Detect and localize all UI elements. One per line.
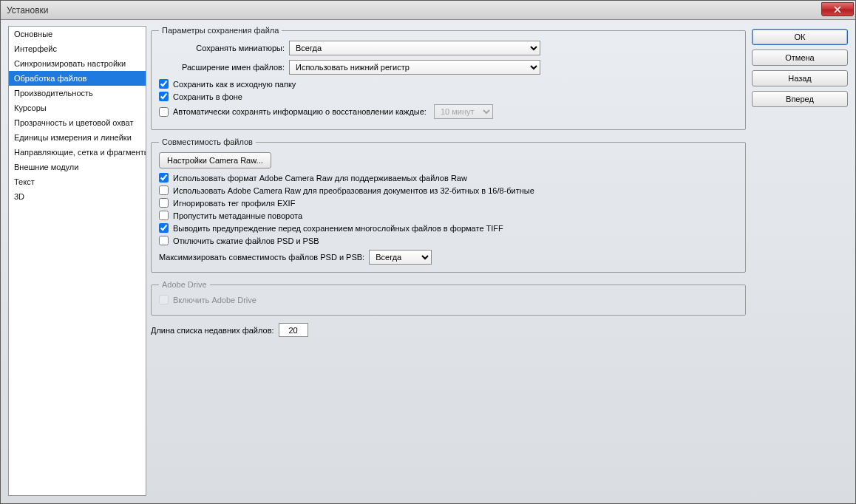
enable-adobe-drive-checkbox	[159, 295, 169, 304]
file-save-legend: Параметры сохранения файла	[159, 26, 282, 35]
skip-rotation-checkbox[interactable]	[159, 211, 169, 220]
save-original-label: Сохранить как в исходную папку	[173, 80, 296, 89]
adobe-drive-legend: Adobe Drive	[159, 280, 210, 289]
enable-adobe-drive-label: Включить Adobe Drive	[173, 296, 257, 304]
tiff-warning-checkbox[interactable]	[159, 223, 169, 233]
recent-files-label: Длина списка недавних файлов:	[151, 326, 274, 335]
thumbnails-label: Сохранять миниатюры:	[159, 44, 285, 52]
close-button[interactable]	[821, 2, 854, 16]
thumbnails-select[interactable]: Всегда	[289, 41, 540, 55]
extension-select[interactable]: Использовать нижний регистр	[289, 60, 540, 75]
maxcompat-label: Максимизировать совместимость файлов PSD…	[159, 253, 364, 262]
ext-label: Расширение имен файлов:	[159, 63, 285, 72]
sidebar-item-file-handling[interactable]: Обработка файлов	[9, 71, 146, 86]
use-acr-convert-label: Использовать Adobe Camera Raw для преобр…	[173, 186, 534, 195]
sidebar-item-general[interactable]: Основные	[9, 27, 146, 41]
compat-legend: Совместимость файлов	[159, 137, 256, 146]
cancel-button[interactable]: Отмена	[752, 50, 848, 66]
recent-files-input[interactable]	[279, 323, 308, 337]
sidebar-item-cursors[interactable]: Курсоры	[9, 101, 146, 115]
sidebar-item-type[interactable]: Текст	[9, 174, 146, 189]
ignore-exif-checkbox[interactable]	[159, 198, 169, 208]
window-title: Установки	[7, 5, 48, 16]
autosave-interval-select: 10 минут	[434, 104, 493, 119]
sidebar-item-units[interactable]: Единицы измерения и линейки	[9, 130, 146, 145]
sidebar: Основные Интерфейс Синхронизировать наст…	[8, 26, 146, 496]
camera-raw-settings-button[interactable]: Настройки Camera Raw...	[159, 152, 271, 168]
save-background-label: Сохранить в фоне	[173, 92, 242, 101]
ok-button[interactable]: ОК	[752, 29, 848, 45]
use-acr-raw-checkbox[interactable]	[159, 173, 169, 183]
save-original-checkbox[interactable]	[159, 79, 169, 89]
use-acr-raw-label: Использовать формат Adobe Camera Raw для…	[173, 174, 467, 183]
titlebar: Установки	[1, 1, 855, 20]
sidebar-item-guides[interactable]: Направляющие, сетка и фрагменты	[9, 145, 146, 160]
back-button[interactable]: Назад	[752, 70, 848, 86]
autosave-checkbox-row: Автоматически сохранять информацию о вос…	[159, 104, 738, 119]
close-icon	[834, 6, 841, 13]
disable-psd-compress-checkbox[interactable]	[159, 236, 169, 245]
sidebar-item-3d[interactable]: 3D	[9, 189, 146, 204]
save-original-checkbox-row: Сохранить как в исходную папку	[159, 79, 738, 89]
preferences-window: Установки Основные Интерфейс Синхронизир…	[0, 0, 856, 504]
compat-group: Совместимость файлов Настройки Camera Ra…	[151, 137, 746, 273]
adobe-drive-group: Adobe Drive Включить Adobe Drive	[151, 280, 746, 316]
skip-rotation-label: Пропустить метаданные поворота	[173, 211, 302, 220]
right-button-column: ОК Отмена Назад Вперед	[752, 26, 848, 496]
forward-button[interactable]: Вперед	[752, 91, 848, 107]
file-save-group: Параметры сохранения файла Сохранять мин…	[151, 26, 746, 130]
main-panel: Параметры сохранения файла Сохранять мин…	[151, 26, 746, 496]
autosave-checkbox[interactable]	[159, 107, 169, 117]
tiff-warning-label: Выводить предупреждение перед сохранение…	[173, 224, 503, 233]
ignore-exif-label: Игнорировать тег профиля EXIF	[173, 199, 295, 208]
use-acr-convert-checkbox[interactable]	[159, 185, 169, 195]
save-background-checkbox[interactable]	[159, 92, 169, 101]
maxcompat-select[interactable]: Всегда	[369, 250, 432, 265]
content-area: Основные Интерфейс Синхронизировать наст…	[1, 20, 855, 503]
disable-psd-compress-label: Отключить сжатие файлов PSD и PSB	[173, 236, 319, 245]
sidebar-item-sync-settings[interactable]: Синхронизировать настройки	[9, 56, 146, 71]
save-background-checkbox-row: Сохранить в фоне	[159, 92, 738, 101]
recent-files-row: Длина списка недавних файлов:	[151, 323, 746, 337]
autosave-label: Автоматически сохранять информацию о вос…	[173, 107, 427, 116]
sidebar-item-plugins[interactable]: Внешние модули	[9, 160, 146, 174]
sidebar-item-interface[interactable]: Интерфейс	[9, 41, 146, 56]
sidebar-item-performance[interactable]: Производительность	[9, 86, 146, 101]
sidebar-item-transparency[interactable]: Прозрачность и цветовой охват	[9, 115, 146, 130]
